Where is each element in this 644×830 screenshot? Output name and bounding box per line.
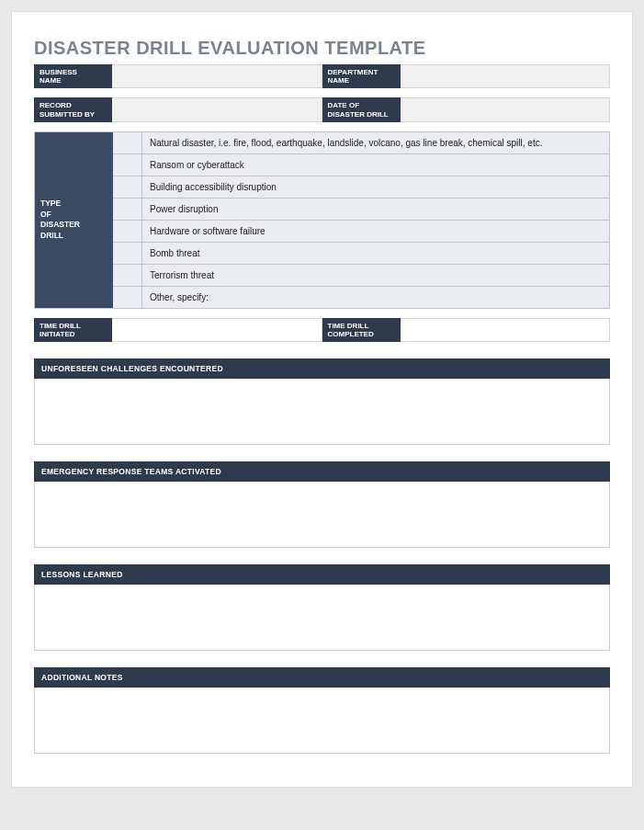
field-date-of-drill[interactable] [401,97,611,121]
type-checkbox[interactable] [113,243,142,264]
type-item: Bomb threat [113,243,609,265]
label-time-initiated: TIME DRILL INITIATED [34,318,112,342]
body-response[interactable] [34,482,610,548]
type-text: Other, specify: [142,287,609,308]
header-lessons: LESSONS LEARNED [34,564,610,585]
section-response: EMERGENCY RESPONSE TEAMS ACTIVATED [34,461,610,548]
field-time-completed[interactable] [401,318,611,342]
type-item: Hardware or software failure [113,221,609,243]
page-title: DISASTER DRILL EVALUATION TEMPLATE [34,38,610,59]
field-department-name[interactable] [401,64,611,88]
field-time-initiated[interactable] [112,318,322,342]
row-business-department: BUSINESS NAME DEPARTMENT NAME [34,64,610,88]
row-record-date: RECORD SUBMITTED BY DATE OF DISASTER DRI… [34,97,610,121]
type-item: Natural disaster, i.e. fire, flood, eart… [113,132,609,154]
body-lessons[interactable] [34,585,610,651]
type-checkbox[interactable] [113,176,142,198]
header-notes: ADDITIONAL NOTES [34,667,610,688]
type-checkbox[interactable] [113,221,142,242]
type-checkbox[interactable] [113,265,142,286]
type-item: Terrorism threat [113,265,609,287]
type-checkbox[interactable] [113,154,142,176]
type-text: Bomb threat [142,243,609,264]
type-text: Natural disaster, i.e. fire, flood, eart… [142,132,609,153]
row-time: TIME DRILL INITIATED TIME DRILL COMPLETE… [34,318,610,342]
type-text: Building accessibility disruption [142,176,609,198]
label-time-completed: TIME DRILL COMPLETED [322,318,401,342]
body-notes[interactable] [34,688,610,754]
label-business-name: BUSINESS NAME [34,64,112,88]
type-checkbox[interactable] [113,199,142,220]
label-type-of-drill: TYPE OF DISASTER DRILL [35,132,113,308]
field-record-submitted-by[interactable] [112,97,322,121]
type-text: Terrorism threat [142,265,609,286]
label-record-submitted-by: RECORD SUBMITTED BY [34,97,112,121]
header-response: EMERGENCY RESPONSE TEAMS ACTIVATED [34,461,610,482]
type-item: Power disruption [113,199,609,221]
type-text: Ransom or cyberattack [142,154,609,176]
body-unforeseen[interactable] [34,379,610,445]
type-checkbox[interactable] [113,287,142,308]
type-text: Power disruption [142,199,609,220]
type-text: Hardware or software failure [142,221,609,242]
section-notes: ADDITIONAL NOTES [34,667,610,754]
type-item: Other, specify: [113,287,609,308]
document-page: DISASTER DRILL EVALUATION TEMPLATE BUSIN… [11,11,633,788]
header-unforeseen: UNFORESEEN CHALLENGES ENCOUNTERED [34,358,610,379]
label-date-of-drill: DATE OF DISASTER DRILL [322,97,401,121]
section-lessons: LESSONS LEARNED [34,564,610,651]
section-unforeseen: UNFORESEEN CHALLENGES ENCOUNTERED [34,358,610,445]
label-department-name: DEPARTMENT NAME [322,64,401,88]
type-checkbox[interactable] [113,132,142,153]
type-item: Building accessibility disruption [113,176,609,199]
type-of-drill-block: TYPE OF DISASTER DRILL Natural disaster,… [34,131,610,309]
type-of-drill-list: Natural disaster, i.e. fire, flood, eart… [113,132,609,308]
field-business-name[interactable] [112,64,322,88]
type-item: Ransom or cyberattack [113,154,609,176]
